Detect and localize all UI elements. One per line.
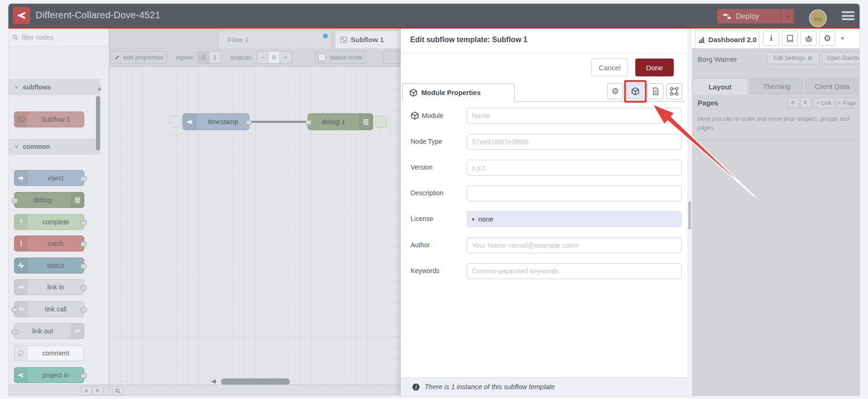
dialog-tool-gear-button[interactable]: ⚙	[607, 83, 623, 99]
dashboard-tab-label: Dashboard 2.0	[708, 36, 757, 44]
palette-node-project-in[interactable]: project in	[14, 367, 84, 383]
palette-node-status[interactable]: status	[14, 258, 84, 273]
link-icon	[15, 280, 28, 295]
doc-icon	[651, 87, 660, 96]
palette-collapse-all-button[interactable]	[81, 386, 92, 395]
node-output-port[interactable]	[81, 176, 87, 181]
keywords-input[interactable]	[467, 263, 682, 279]
canvas-node-label: timestamp	[197, 118, 249, 126]
node-output-port[interactable]	[81, 242, 87, 247]
node-output-port[interactable]	[246, 120, 252, 125]
bug-icon	[805, 35, 813, 43]
done-button[interactable]: Done	[635, 59, 674, 76]
palette-expand-all-button[interactable]	[92, 386, 103, 395]
module-input[interactable]	[467, 108, 682, 124]
sidebar-gear-button[interactable]: ⚙	[819, 31, 835, 46]
palette-node-complete[interactable]: !complete	[14, 214, 84, 230]
form-row-description: Description	[401, 185, 687, 201]
palette-node-catch[interactable]: !catch	[14, 236, 84, 251]
palette-node-Subflow-1[interactable]: Subflow 1	[14, 111, 84, 127]
main-menu-icon[interactable]	[842, 11, 854, 20]
flow-tab-Flow-1[interactable]: Flow 1	[218, 30, 332, 48]
dashboard-sidebar: Dashboard 2.0 i⚙ ▾ Borg Warner Edit Sett…	[692, 29, 860, 396]
status-node-checkbox[interactable]	[318, 53, 326, 61]
node-output-port[interactable]	[81, 307, 87, 312]
sidebar-book-button[interactable]	[782, 31, 798, 46]
palette-node-link-out[interactable]: link out	[14, 323, 84, 339]
subflow-output-stub[interactable]	[375, 116, 387, 128]
resize-grip[interactable]	[688, 201, 691, 229]
pages-move-up-button[interactable]	[787, 97, 799, 108]
node-output-port[interactable]	[81, 285, 87, 290]
outputs-cell-value[interactable]: 0	[268, 51, 280, 64]
cancel-button[interactable]: Cancel	[591, 59, 628, 76]
add-page-button[interactable]: + Page	[836, 97, 858, 108]
palette-node-comment[interactable]: comment	[14, 345, 84, 361]
chevron-down-icon[interactable]: ▾	[841, 35, 844, 42]
node-output-port[interactable]	[81, 264, 87, 269]
canvas-search-button[interactable]	[112, 386, 124, 395]
palette-filter[interactable]: filter nodes	[8, 29, 109, 46]
deploy-caret-icon[interactable]: ▾	[781, 13, 794, 20]
sidebar-bug-button[interactable]	[801, 31, 817, 46]
dialog-tool-frame-button[interactable]	[666, 83, 682, 99]
pages-move-down-button[interactable]	[800, 97, 812, 108]
node-input-port[interactable]	[305, 120, 311, 125]
dialog-tool-doc-button[interactable]	[647, 83, 663, 99]
deploy-button[interactable]: Deploy ▾	[717, 9, 794, 23]
node-input-port[interactable]	[12, 307, 18, 312]
field-label: Version	[411, 163, 433, 171]
inputs-cell-1[interactable]: 1	[209, 51, 221, 64]
canvas-hscrollbar[interactable]	[221, 378, 290, 385]
canvas-node-timestamp[interactable]: timestamp	[183, 113, 250, 130]
sidebar-info-button[interactable]: i	[763, 31, 779, 46]
list-icon	[359, 114, 373, 130]
palette-node-inject[interactable]: inject	[14, 170, 84, 186]
sidebar-tab-label: Layout	[708, 83, 731, 91]
tab-module-properties[interactable]: Module Properties	[402, 83, 515, 102]
sidebar-tab-theming[interactable]: Theming	[750, 78, 803, 94]
status-node-toggle[interactable]: status node	[315, 51, 365, 64]
sidebar-tab-client-data[interactable]: Client Data	[805, 78, 859, 94]
node-output-port[interactable]	[81, 373, 87, 378]
workspace-title: Different-Collared-Dove-4521	[36, 10, 160, 21]
version-input[interactable]	[467, 160, 682, 176]
node-input-port[interactable]	[12, 329, 18, 334]
app-header: Different-Collared-Dove-4521 Deploy ▾ su	[8, 4, 860, 27]
scroll-left-icon[interactable]: ◀	[211, 377, 216, 384]
palette-scroll-up-icon[interactable]: ▲	[96, 85, 103, 92]
subflow-input-stub[interactable]	[169, 116, 182, 128]
inputs-cell-0[interactable]: 0	[198, 51, 209, 64]
outputs-cell-plus[interactable]: +	[280, 51, 292, 64]
outputs-cell-minus[interactable]: −	[257, 51, 268, 64]
edit-properties-button[interactable]: edit properties	[110, 51, 167, 64]
node-output-port[interactable]	[81, 220, 87, 225]
palette-node-label: catch	[28, 240, 84, 247]
palette-category-common[interactable]: ˅common	[8, 139, 100, 155]
license-select[interactable]: ▾none	[467, 211, 682, 227]
open-dashboard-button[interactable]: Open Dashboard	[822, 52, 860, 64]
deploy-label: Deploy	[736, 12, 759, 21]
tab-dashboard-2[interactable]: Dashboard 2.0	[695, 30, 759, 48]
palette-node-label: link in	[28, 283, 84, 291]
palette-node-link-call[interactable]: link call	[14, 301, 84, 317]
sidebar-tab-layout[interactable]: Layout	[692, 78, 748, 95]
palette-node-link-in[interactable]: link in	[14, 279, 84, 295]
canvas-node-debug-1[interactable]: debug 1	[308, 113, 373, 130]
palette-category-subflows[interactable]: ˅subflows	[8, 79, 100, 95]
palette-node-debug[interactable]: debug	[14, 192, 84, 208]
palette-scrollbar[interactable]	[96, 96, 100, 150]
annotation-highlight-box	[624, 80, 647, 103]
chart-icon	[698, 36, 706, 44]
flow-tab-label: Flow 1	[228, 36, 249, 44]
add-link-button[interactable]: + Link	[814, 97, 834, 108]
node-input-port[interactable]	[12, 198, 18, 203]
node-type-input[interactable]	[467, 134, 682, 150]
user-avatar[interactable]: su	[809, 9, 827, 27]
description-input[interactable]	[467, 185, 682, 201]
sidebar-tab-label: Client Data	[815, 82, 849, 90]
author-input[interactable]	[467, 237, 682, 253]
app-window: Different-Collared-Dove-4521 Deploy ▾ su…	[8, 4, 860, 396]
edit-settings-button[interactable]: Edit Settings ⚙	[767, 52, 819, 64]
form-row-version: Version	[401, 160, 687, 176]
